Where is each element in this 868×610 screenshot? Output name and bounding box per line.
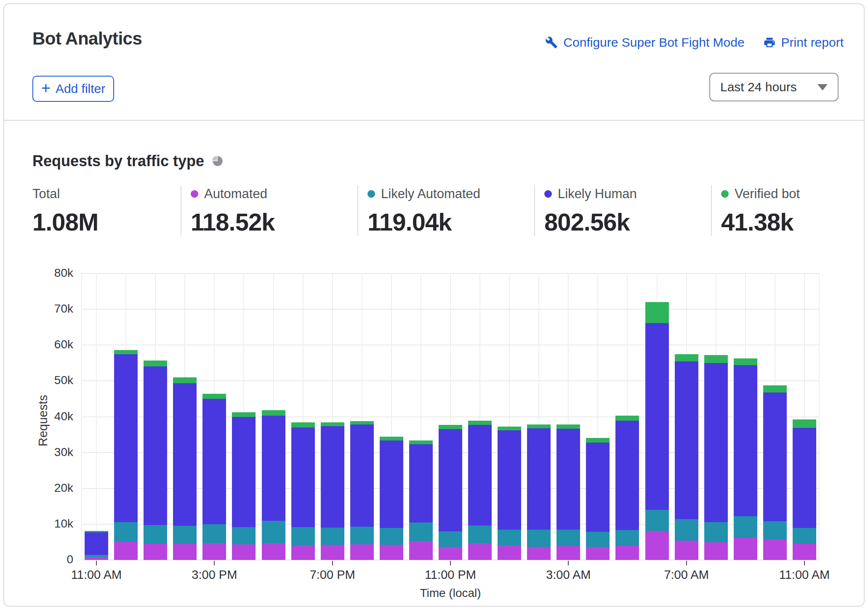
chart-bar[interactable]	[232, 412, 256, 560]
bar-segment-automated	[85, 557, 108, 560]
bar-segment-likely-human	[586, 443, 610, 532]
chart-bar[interactable]	[291, 422, 315, 560]
bar-segment-automated	[586, 547, 610, 560]
bar-segment-likely-human	[232, 417, 256, 527]
chart-bar[interactable]	[645, 302, 669, 560]
bar-segment-verified-bot	[380, 437, 403, 440]
chart-bar[interactable]	[173, 377, 197, 560]
chart-bar[interactable]	[321, 422, 344, 560]
bar-segment-likely-automated	[409, 522, 433, 541]
bar-segment-automated	[439, 547, 462, 560]
bar-segment-likely-human	[202, 399, 226, 524]
bar-segment-likely-automated	[291, 527, 315, 545]
chart-bar[interactable]	[85, 531, 108, 560]
bar-segment-automated	[144, 544, 167, 560]
chart-bar[interactable]	[350, 421, 374, 560]
bar-segment-automated	[734, 538, 757, 560]
x-axis-tick-mark	[214, 561, 215, 565]
chart-bar[interactable]	[262, 410, 285, 560]
bar-segment-verified-bot	[114, 350, 138, 354]
y-axis-tick-label: 40k	[23, 410, 73, 423]
bar-segment-likely-automated	[586, 532, 610, 547]
bar-segment-automated	[173, 544, 197, 560]
bar-segment-likely-human	[380, 440, 403, 528]
bar-segment-likely-automated	[380, 528, 403, 545]
bar-segment-automated	[556, 546, 580, 560]
x-axis-tick-mark	[686, 561, 687, 565]
chart-bar[interactable]	[114, 350, 138, 560]
bar-segment-likely-automated	[704, 522, 728, 542]
bar-segment-automated	[232, 544, 256, 560]
chart-bar[interactable]	[556, 424, 580, 560]
chart-bar[interactable]	[675, 354, 698, 560]
bar-segment-automated	[321, 545, 344, 560]
bar-segment-likely-human	[291, 427, 315, 527]
bar-segment-automated	[763, 539, 787, 560]
chart-bar[interactable]	[498, 427, 521, 560]
bar-segment-likely-automated	[232, 527, 256, 544]
bar-segment-likely-human	[793, 428, 816, 528]
chart-bar[interactable]	[763, 385, 787, 560]
chart-bar[interactable]	[380, 437, 403, 560]
bar-segment-automated	[498, 545, 521, 560]
y-axis-tick-label: 60k	[23, 338, 73, 351]
bar-segment-automated	[409, 541, 433, 560]
bar-segment-verified-bot	[202, 394, 226, 399]
bar-segment-likely-human	[144, 366, 167, 525]
bar-segment-automated	[350, 544, 374, 560]
bar-segment-verified-bot	[615, 416, 639, 421]
grid-line-vertical	[96, 273, 97, 560]
bar-segment-likely-automated	[763, 521, 787, 539]
bar-segment-verified-bot	[144, 361, 167, 366]
chart-bar[interactable]	[439, 425, 462, 560]
bar-segment-likely-human	[734, 365, 757, 516]
bar-segment-likely-human	[350, 424, 374, 527]
bar-segment-automated	[645, 531, 669, 560]
x-axis-tick-mark	[568, 561, 569, 565]
chart-bar[interactable]	[615, 416, 639, 560]
bar-segment-verified-bot	[262, 410, 285, 416]
bar-segment-verified-bot	[527, 424, 551, 428]
bar-segment-verified-bot	[409, 440, 433, 444]
y-axis-tick-label: 50k	[23, 374, 73, 387]
bar-segment-likely-automated	[350, 527, 374, 544]
bar-segment-verified-bot	[321, 422, 344, 426]
bar-segment-verified-bot	[350, 421, 374, 424]
bar-segment-automated	[615, 546, 639, 560]
bar-segment-verified-bot	[439, 425, 462, 429]
requests-chart: Requests Time (local) 010k20k30k40k50k60…	[4, 4, 865, 607]
x-axis-title: Time (local)	[387, 586, 514, 600]
bar-segment-likely-human	[409, 444, 433, 522]
bar-segment-likely-automated	[556, 530, 580, 546]
bar-segment-verified-bot	[586, 438, 610, 443]
chart-bar[interactable]	[527, 424, 551, 560]
bar-segment-likely-human	[439, 429, 462, 531]
bar-segment-likely-human	[763, 393, 787, 521]
bar-segment-verified-bot	[645, 302, 669, 323]
bar-segment-likely-automated	[615, 530, 639, 546]
bar-segment-likely-human	[173, 383, 197, 526]
bar-segment-likely-automated	[734, 516, 757, 538]
y-axis-tick-label: 70k	[23, 302, 73, 316]
chart-bar[interactable]	[793, 419, 816, 560]
chart-bar[interactable]	[144, 361, 167, 560]
chart-bar[interactable]	[468, 421, 492, 560]
chart-bar[interactable]	[586, 438, 610, 560]
x-axis-tick-label: 7:00 PM	[286, 568, 379, 582]
bar-segment-automated	[704, 542, 728, 560]
chart-bar[interactable]	[704, 355, 728, 560]
bar-segment-likely-human	[556, 429, 580, 530]
grid-line-vertical	[81, 273, 82, 560]
bar-segment-likely-automated	[262, 521, 285, 543]
chart-bar[interactable]	[409, 440, 433, 560]
bar-segment-likely-human	[675, 361, 698, 519]
grid-line-vertical	[819, 273, 820, 560]
chart-bar[interactable]	[202, 394, 226, 560]
bar-segment-automated	[675, 541, 698, 560]
bar-segment-automated	[793, 544, 816, 560]
bar-segment-likely-automated	[144, 525, 167, 544]
bar-segment-likely-human	[321, 426, 344, 528]
chart-bar[interactable]	[734, 358, 757, 560]
bar-segment-verified-bot	[675, 354, 698, 361]
bar-segment-verified-bot	[704, 355, 728, 363]
